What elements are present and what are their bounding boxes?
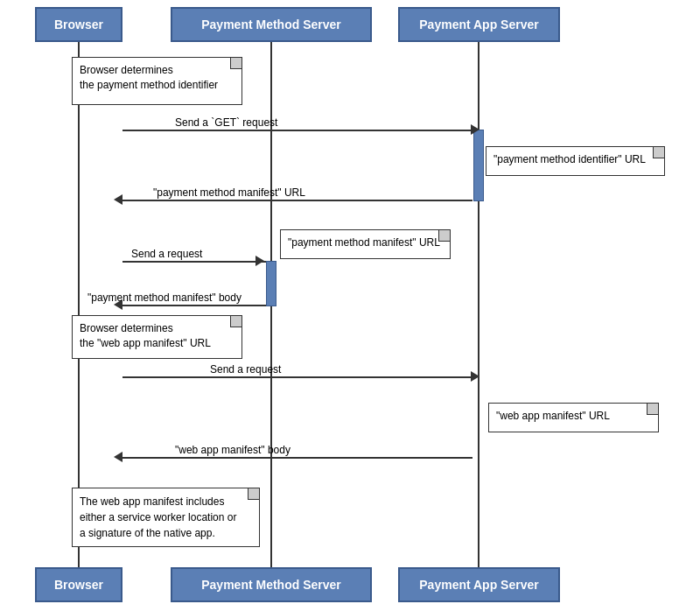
payment-method-server-actor-top: Payment Method Server xyxy=(171,7,372,42)
note-webapp-manifest-includes: The web app manifest includeseither a se… xyxy=(72,488,260,547)
payment-app-server-actor-bottom: Payment App Server xyxy=(398,567,560,602)
browser-actor-top: Browser xyxy=(35,7,122,42)
payment-app-lifeline xyxy=(478,42,480,569)
note-payment-method-manifest-url: "payment method manifest" URL xyxy=(280,229,451,259)
arrow-get-request-label: Send a `GET` request xyxy=(175,116,277,129)
arrow-manifest-url-label: "payment method manifest" URL xyxy=(153,186,305,199)
arrow-send-request-1-line xyxy=(122,261,266,263)
browser-actor-bottom: Browser xyxy=(35,567,122,602)
arrow-webapp-body-label: "web app manifest" body xyxy=(175,444,290,456)
arrow-get-request-line xyxy=(122,130,472,131)
note-payment-method-identifier-url: "payment method identifier" URL xyxy=(486,146,665,176)
arrow-send-request-2-line xyxy=(122,376,472,378)
arrow-manifest-body-line xyxy=(122,305,266,306)
arrow-send-request-2-head xyxy=(471,371,480,382)
arrow-manifest-url-line xyxy=(122,200,472,201)
arrow-manifest-body-label: "payment method manifest" body xyxy=(88,291,242,304)
arrow-get-request-head xyxy=(471,124,480,135)
activation-bar-1 xyxy=(473,130,484,201)
arrow-send-request-1-head xyxy=(256,256,264,266)
arrow-manifest-url-head xyxy=(114,194,122,205)
arrow-webapp-body-line xyxy=(122,457,472,459)
note-browser-determines-payment-method: Browser determinesthe payment method ide… xyxy=(72,57,242,105)
arrow-send-request-1-label: Send a request xyxy=(131,248,202,260)
payment-method-server-actor-bottom: Payment Method Server xyxy=(171,567,372,602)
note-browser-determines-webapp: Browser determinesthe "web app manifest"… xyxy=(72,315,242,359)
sequence-diagram: Browser Payment Method Server Payment Ap… xyxy=(0,0,700,611)
activation-bar-2 xyxy=(266,261,276,306)
payment-app-server-actor-top: Payment App Server xyxy=(398,7,560,42)
arrow-webapp-body-head xyxy=(114,452,122,462)
note-webapp-manifest-url: "web app manifest" URL xyxy=(488,403,659,432)
arrow-send-request-2-label: Send a request xyxy=(210,363,281,376)
